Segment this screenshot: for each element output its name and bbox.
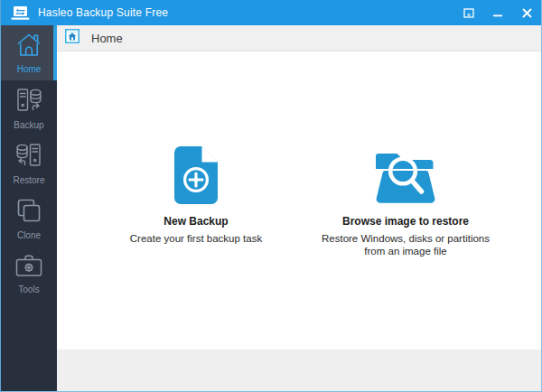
new-backup-title: New Backup [92, 215, 300, 228]
sidebar-item-restore[interactable]: Restore [1, 135, 57, 191]
minimize-button[interactable] [483, 0, 512, 25]
tools-icon [14, 253, 43, 282]
tab-bar: Home [57, 25, 541, 51]
new-backup-subtitle: Create your first backup task [107, 232, 285, 245]
titlebar: Hasleo Backup Suite Free [1, 0, 541, 25]
window-controls [454, 0, 541, 25]
sidebar-item-clone[interactable]: Clone [1, 191, 57, 246]
restore-icon [15, 142, 42, 173]
clone-icon [15, 197, 42, 228]
main-panel: Home [57, 25, 541, 391]
sidebar-item-label: Clone [17, 231, 41, 240]
new-backup-document-icon [174, 145, 218, 209]
window-title: Hasleo Backup Suite Free [38, 6, 168, 19]
footer-strip [57, 350, 541, 391]
minimize-to-tray-button[interactable] [454, 0, 483, 25]
app-window: Hasleo Backup Suite Free [0, 0, 542, 392]
sidebar-item-label: Tools [18, 285, 39, 294]
browse-image-folder-search-icon [373, 152, 438, 209]
tab-home[interactable]: Home [65, 29, 123, 47]
sidebar-item-label: Home [17, 65, 42, 74]
sidebar: Home Backup [1, 25, 57, 391]
sidebar-item-home[interactable]: Home [1, 25, 57, 80]
sidebar-item-label: Restore [13, 176, 44, 185]
sidebar-item-backup[interactable]: Backup [1, 80, 57, 135]
close-button[interactable] [512, 0, 541, 25]
browse-image-title: Browse image to restore [302, 215, 509, 228]
sidebar-item-tools[interactable]: Tools [1, 246, 57, 301]
app-logo-laptop-icon [11, 5, 30, 21]
sidebar-item-label: Backup [14, 121, 43, 130]
browse-image-subtitle: Restore Windows, disks or partitions fro… [317, 232, 494, 257]
home-tab-icon [65, 29, 79, 47]
home-icon [15, 32, 42, 61]
tab-label: Home [91, 32, 123, 45]
new-backup-action[interactable]: New Backup Create your first backup task [92, 149, 300, 245]
home-content: New Backup Create your first backup task [57, 51, 541, 350]
backup-icon [15, 87, 42, 117]
browse-image-action[interactable]: Browse image to restore Restore Windows,… [302, 149, 509, 257]
